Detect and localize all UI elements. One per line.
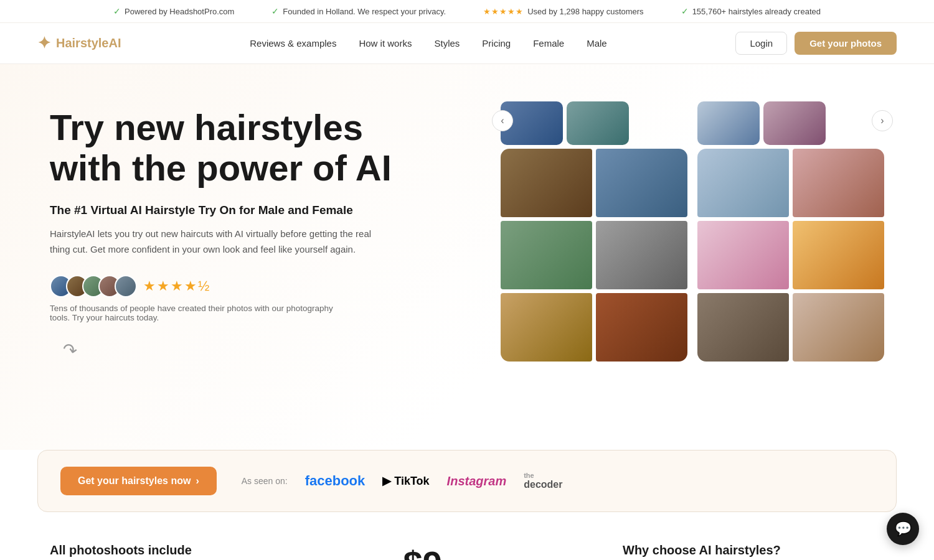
chat-button[interactable]: 💬 xyxy=(887,513,919,545)
prev-arrow[interactable]: ‹ xyxy=(492,110,513,131)
nav-item-female[interactable]: Female xyxy=(533,38,564,49)
topbar-text-1: Powered by HeadshotPro.com xyxy=(125,7,234,16)
male-photo-5 xyxy=(501,293,592,362)
female-photo-grid xyxy=(697,149,884,362)
why-column: Why choose AI hairstyles? ✓ Indistinguis… xyxy=(623,543,884,560)
male-photo-4 xyxy=(596,221,687,289)
get-hairstyles-button[interactable]: Get your hairstyles now › xyxy=(60,467,217,495)
female-photo-3 xyxy=(697,221,789,289)
check-icon-2: ✓ xyxy=(271,6,279,16)
as-seen-label: As seen on: xyxy=(242,476,288,486)
social-proof-text: Tens of thousands of people have created… xyxy=(50,304,349,322)
female-photo-column: › xyxy=(697,101,884,362)
avatar-row: ★★★★½ xyxy=(50,275,448,297)
female-thumb-1 xyxy=(697,101,760,145)
female-thumbnails xyxy=(697,101,884,145)
check-icon-1: ✓ xyxy=(113,6,121,16)
male-photo-grid xyxy=(501,149,687,362)
hero-subtitle: The #1 Virtual AI Hairstyle Try On for M… xyxy=(50,203,448,217)
male-photo-column: ‹ xyxy=(501,101,687,362)
topbar-item-3: ★★★★★ Used by 1,298 happy customers xyxy=(483,7,643,16)
male-thumb-2 xyxy=(567,101,629,145)
hero-section: Try new hairstyles with the power of AI … xyxy=(0,64,934,450)
next-arrow[interactable]: › xyxy=(872,110,893,131)
nav-item-styles[interactable]: Styles xyxy=(434,38,460,49)
topbar-text-2: Founded in Holland. We respect your priv… xyxy=(283,7,446,16)
topbar-item-1: ✓ Powered by HeadshotPro.com xyxy=(113,6,234,16)
decoder-logo: thedecoder xyxy=(524,472,562,490)
hero-title: Try new hairstyles with the power of AI xyxy=(50,108,448,189)
female-photo-2 xyxy=(793,149,884,217)
logo[interactable]: ✦ HairstyleAI xyxy=(37,34,121,53)
arrow-right-icon: › xyxy=(196,475,199,487)
price-row: $9 one-time payment xyxy=(336,543,598,560)
avatars xyxy=(50,275,137,297)
bottom-section: All photoshoots include ✓ 30 unique hair… xyxy=(0,512,934,560)
features-column: All photoshoots include ✓ 30 unique hair… xyxy=(50,543,311,560)
hero-description: HairstyleAI lets you try out new haircut… xyxy=(50,226,374,258)
topbar-text-4: 155,760+ hairstyles already created xyxy=(692,7,821,16)
features-title: All photoshoots include xyxy=(50,543,311,558)
logo-text: HairstyleAI xyxy=(56,36,121,50)
male-photo-2 xyxy=(596,149,687,217)
nav-actions: Login Get your photos xyxy=(735,32,897,55)
cta-banner: Get your hairstyles now › As seen on: fa… xyxy=(37,450,897,512)
female-thumb-2 xyxy=(763,101,826,145)
why-title: Why choose AI hairstyles? xyxy=(623,543,884,558)
hero-left: Try new hairstyles with the power of AI … xyxy=(50,101,448,360)
female-photo-5 xyxy=(697,293,789,362)
nav-item-male[interactable]: Male xyxy=(587,38,607,49)
nav-item-how[interactable]: How it works xyxy=(359,38,412,49)
facebook-logo: facebook xyxy=(305,473,366,489)
as-seen-on: As seen on: facebook ▶ TikTok Instagram … xyxy=(242,472,563,490)
instagram-logo: Instagram xyxy=(447,474,507,488)
navbar: ✦ HairstyleAI Reviews & examples How it … xyxy=(0,23,934,64)
avatar-5 xyxy=(115,275,137,297)
female-photo-4 xyxy=(793,221,884,289)
stars-rating: ★★★★½ xyxy=(143,278,210,294)
topbar-item-2: ✓ Founded in Holland. We respect your pr… xyxy=(271,6,446,16)
get-photos-button[interactable]: Get your photos xyxy=(795,32,897,55)
tiktok-logo: ▶ TikTok xyxy=(382,474,429,488)
nav-links: Reviews & examples How it works Styles P… xyxy=(250,38,607,49)
arrow-down-icon: ↷ xyxy=(60,338,78,361)
male-thumbnails xyxy=(501,101,687,145)
stars-icon: ★★★★★ xyxy=(483,7,524,16)
female-photo-6 xyxy=(793,293,884,362)
check-icon-4: ✓ xyxy=(681,6,689,16)
male-photo-6 xyxy=(596,293,687,362)
male-photo-3 xyxy=(501,221,592,289)
pricing-column: $9 one-time payment 1 HOUR DONE fast tur… xyxy=(336,543,598,560)
hero-right: ‹ › xyxy=(473,101,884,362)
login-button[interactable]: Login xyxy=(735,32,787,55)
nav-item-reviews[interactable]: Reviews & examples xyxy=(250,38,336,49)
top-bar: ✓ Powered by HeadshotPro.com ✓ Founded i… xyxy=(0,0,934,23)
topbar-item-4: ✓ 155,760+ hairstyles already created xyxy=(681,6,821,16)
male-photo-1 xyxy=(501,149,592,217)
nav-item-pricing[interactable]: Pricing xyxy=(482,38,511,49)
topbar-text-3: Used by 1,298 happy customers xyxy=(527,7,643,16)
price-amount: $9 xyxy=(403,544,442,560)
logo-icon: ✦ xyxy=(37,34,51,53)
female-photo-1 xyxy=(697,149,789,217)
